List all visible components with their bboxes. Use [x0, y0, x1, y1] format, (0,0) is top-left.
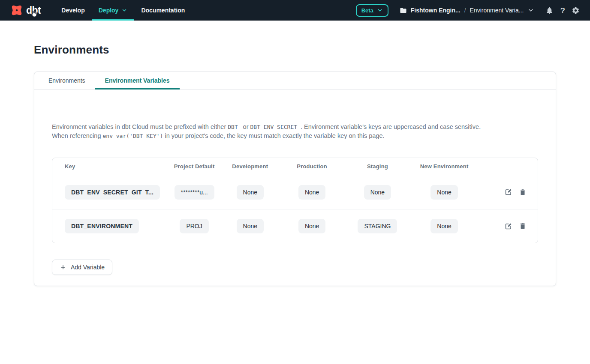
table-row: DBT_ENVIRONMENT PROJ None None STAGING N… [52, 209, 538, 243]
dbt-logo[interactable]: dbt [10, 4, 41, 17]
env-var-value-production: None [298, 185, 325, 200]
column-header-key: Key [52, 163, 169, 170]
env-var-value-new-environment: None [430, 185, 458, 200]
env-var-description: Environment variables in dbt Cloud must … [52, 122, 498, 140]
help-button[interactable]: ? [560, 6, 565, 15]
code-dbt-env-secret-prefix: DBT_ENV_SECRET_ [250, 124, 301, 130]
chevron-down-icon[interactable] [527, 7, 534, 14]
edit-icon [504, 222, 512, 230]
env-var-value-new-environment: None [430, 219, 458, 233]
trash-icon [519, 188, 527, 196]
tab-environment-variables[interactable]: Environment Variables [95, 72, 180, 89]
breadcrumb-project[interactable]: Fishtown Engin... [411, 7, 461, 14]
env-var-key: DBT_ENVIRONMENT [65, 219, 139, 233]
dbt-logo-icon [10, 4, 23, 17]
env-var-key: DBT_ENV_SECRET_GIT_T... [65, 185, 160, 200]
bell-icon [545, 6, 554, 15]
chevron-down-icon [377, 7, 383, 13]
notifications-button[interactable] [545, 6, 554, 15]
env-var-value-development: None [237, 219, 264, 233]
env-var-table: Key Project Default Development Producti… [52, 158, 538, 243]
settings-button[interactable] [572, 6, 580, 15]
edit-variable-button[interactable] [504, 222, 512, 230]
tab-environments[interactable]: Environments [39, 72, 95, 89]
trash-icon [519, 222, 527, 230]
edit-icon [504, 188, 512, 196]
add-variable-button[interactable]: Add Variable [52, 260, 112, 275]
main-content: Environments Environments Environment Va… [0, 43, 590, 286]
column-header-development: Development [220, 163, 281, 170]
plus-icon [60, 264, 66, 271]
primary-nav: Develop Deploy Documentation [54, 0, 192, 21]
nav-documentation[interactable]: Documentation [134, 0, 192, 21]
nav-develop-label: Develop [61, 7, 84, 14]
delete-variable-button[interactable] [519, 188, 527, 196]
table-header-row: Key Project Default Development Producti… [52, 158, 538, 175]
chevron-down-icon [121, 7, 127, 13]
add-variable-label: Add Variable [71, 264, 105, 271]
env-var-value-production: None [298, 219, 325, 233]
beta-label: Beta [361, 7, 373, 14]
description-text: in your project's code, the key must mat… [163, 132, 384, 139]
env-var-value-staging: STAGING [358, 219, 397, 233]
folder-icon [400, 7, 407, 14]
hand-cursor-icon [30, 10, 37, 18]
env-var-value-project-default: ********u... [175, 185, 214, 200]
code-env-var-example: env_var('DBT_KEY') [102, 133, 163, 139]
nav-develop[interactable]: Develop [54, 0, 91, 21]
column-header-project-default: Project Default [169, 163, 220, 170]
column-header-staging: Staging [343, 163, 411, 170]
environments-card: Environments Environment Variables Envir… [34, 72, 556, 286]
column-header-production: Production [280, 163, 343, 170]
tab-bar: Environments Environment Variables [34, 72, 556, 90]
question-mark-icon: ? [560, 6, 565, 15]
edit-variable-button[interactable] [504, 188, 512, 196]
gear-icon [572, 6, 580, 15]
env-var-value-development: None [237, 185, 264, 200]
table-row: DBT_ENV_SECRET_GIT_T... ********u... Non… [52, 175, 538, 209]
delete-variable-button[interactable] [519, 222, 527, 230]
top-navbar: dbt Develop Deploy Documentation Beta Fi… [0, 0, 590, 21]
nav-deploy-label: Deploy [99, 7, 119, 14]
env-var-value-project-default: PROJ [180, 219, 208, 233]
page-title: Environments [34, 43, 556, 57]
nav-deploy[interactable]: Deploy [92, 0, 135, 21]
breadcrumb-page[interactable]: Environment Varia... [470, 7, 524, 14]
navbar-icon-group: ? [545, 6, 580, 15]
nav-documentation-label: Documentation [141, 7, 185, 14]
column-header-new-environment: New Environment [412, 163, 477, 170]
description-text: Environment variables in dbt Cloud must … [52, 123, 228, 130]
breadcrumb-separator: / [464, 7, 466, 14]
breadcrumb: Fishtown Engin... / Environment Varia... [400, 7, 535, 14]
code-dbt-prefix: DBT_ [228, 124, 241, 130]
description-text: or [241, 123, 250, 130]
beta-dropdown[interactable]: Beta [356, 4, 388, 17]
env-var-value-staging: None [364, 185, 391, 200]
